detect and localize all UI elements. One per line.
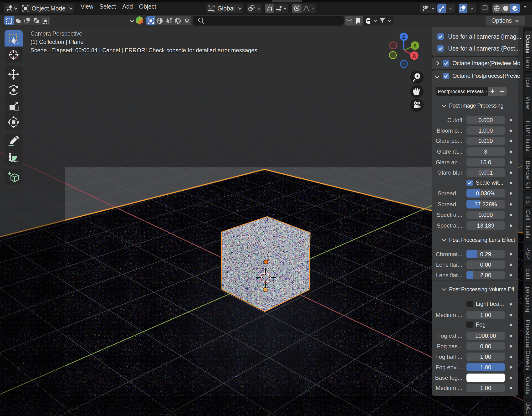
svg-text:Z: Z bbox=[402, 34, 406, 40]
svg-text:X: X bbox=[412, 52, 416, 59]
svg-text:Y: Y bbox=[413, 42, 417, 49]
